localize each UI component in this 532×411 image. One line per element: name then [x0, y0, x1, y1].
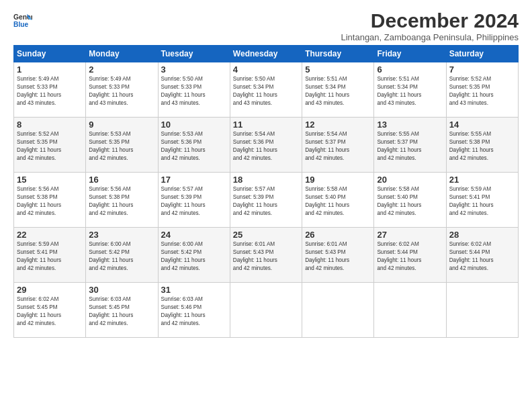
month-title: December 2024 — [341, 11, 519, 31]
day-info: Sunrise: 5:52 AMSunset: 5:35 PMDaylight:… — [449, 76, 494, 106]
day-number: 20 — [377, 175, 443, 185]
day-info: Sunrise: 5:58 AMSunset: 5:40 PMDaylight:… — [305, 186, 349, 216]
day-info: Sunrise: 5:53 AMSunset: 5:36 PMDaylight:… — [161, 131, 206, 161]
calendar-cell — [374, 283, 446, 338]
calendar-week-row: 29 Sunrise: 6:02 AMSunset: 5:45 PMDaylig… — [14, 283, 519, 338]
weekday-header: Monday — [86, 46, 158, 62]
calendar-cell: 9 Sunrise: 5:53 AMSunset: 5:35 PMDayligh… — [86, 118, 158, 173]
calendar-cell: 17 Sunrise: 5:57 AMSunset: 5:39 PMDaylig… — [158, 173, 230, 228]
calendar-cell: 28 Sunrise: 6:02 AMSunset: 5:44 PMDaylig… — [446, 228, 518, 283]
weekday-header: Sunday — [14, 46, 86, 62]
day-info: Sunrise: 5:57 AMSunset: 5:39 PMDaylight:… — [233, 186, 277, 216]
day-number: 9 — [89, 120, 154, 130]
logo: General Blue — [13, 11, 32, 30]
weekday-header: Saturday — [446, 46, 518, 62]
calendar-cell: 5 Sunrise: 5:51 AMSunset: 5:34 PMDayligh… — [302, 62, 374, 118]
day-info: Sunrise: 6:02 AMSunset: 5:44 PMDaylight:… — [449, 241, 494, 271]
day-number: 7 — [449, 64, 515, 75]
day-info: Sunrise: 5:59 AMSunset: 5:41 PMDaylight:… — [17, 241, 61, 271]
calendar-cell: 19 Sunrise: 5:58 AMSunset: 5:40 PMDaylig… — [302, 173, 374, 228]
day-number: 19 — [305, 175, 371, 185]
calendar-week-row: 15 Sunrise: 5:56 AMSunset: 5:38 PMDaylig… — [14, 173, 519, 228]
location: Lintangan, Zamboanga Peninsula, Philippi… — [341, 32, 519, 42]
calendar-cell: 15 Sunrise: 5:56 AMSunset: 5:38 PMDaylig… — [14, 173, 86, 228]
calendar-cell: 22 Sunrise: 5:59 AMSunset: 5:41 PMDaylig… — [14, 228, 86, 283]
day-info: Sunrise: 6:03 AMSunset: 5:46 PMDaylight:… — [161, 296, 206, 326]
calendar-cell: 16 Sunrise: 5:56 AMSunset: 5:38 PMDaylig… — [86, 173, 158, 228]
weekday-header: Thursday — [302, 46, 374, 62]
day-info: Sunrise: 5:58 AMSunset: 5:40 PMDaylight:… — [377, 186, 421, 216]
day-info: Sunrise: 5:54 AMSunset: 5:36 PMDaylight:… — [233, 131, 277, 161]
day-info: Sunrise: 5:50 AMSunset: 5:33 PMDaylight:… — [161, 76, 206, 106]
calendar-cell: 4 Sunrise: 5:50 AMSunset: 5:34 PMDayligh… — [230, 62, 302, 118]
calendar-week-row: 1 Sunrise: 5:49 AMSunset: 5:33 PMDayligh… — [14, 62, 519, 118]
calendar-cell: 21 Sunrise: 5:59 AMSunset: 5:41 PMDaylig… — [446, 173, 518, 228]
day-number: 10 — [161, 120, 227, 130]
calendar-cell: 1 Sunrise: 5:49 AMSunset: 5:33 PMDayligh… — [14, 62, 86, 118]
day-info: Sunrise: 5:49 AMSunset: 5:33 PMDaylight:… — [89, 76, 133, 106]
calendar-cell: 12 Sunrise: 5:54 AMSunset: 5:37 PMDaylig… — [302, 118, 374, 173]
day-info: Sunrise: 5:53 AMSunset: 5:35 PMDaylight:… — [89, 131, 133, 161]
day-info: Sunrise: 5:52 AMSunset: 5:35 PMDaylight:… — [17, 131, 61, 161]
day-info: Sunrise: 6:01 AMSunset: 5:43 PMDaylight:… — [233, 241, 277, 271]
day-number: 29 — [17, 285, 83, 295]
day-number: 17 — [161, 175, 227, 185]
calendar-header-row: SundayMondayTuesdayWednesdayThursdayFrid… — [14, 46, 519, 62]
day-info: Sunrise: 6:00 AMSunset: 5:42 PMDaylight:… — [89, 241, 133, 271]
day-number: 24 — [161, 230, 227, 240]
day-info: Sunrise: 6:01 AMSunset: 5:43 PMDaylight:… — [305, 241, 349, 271]
weekday-header: Tuesday — [158, 46, 230, 62]
day-number: 30 — [89, 285, 154, 295]
calendar-cell: 13 Sunrise: 5:55 AMSunset: 5:37 PMDaylig… — [374, 118, 446, 173]
calendar-cell: 3 Sunrise: 5:50 AMSunset: 5:33 PMDayligh… — [158, 62, 230, 118]
day-number: 25 — [233, 230, 299, 240]
day-info: Sunrise: 6:02 AMSunset: 5:45 PMDaylight:… — [17, 296, 61, 326]
day-number: 18 — [233, 175, 299, 185]
calendar-cell: 7 Sunrise: 5:52 AMSunset: 5:35 PMDayligh… — [446, 62, 518, 118]
day-info: Sunrise: 5:51 AMSunset: 5:34 PMDaylight:… — [377, 76, 421, 106]
calendar-cell: 6 Sunrise: 5:51 AMSunset: 5:34 PMDayligh… — [374, 62, 446, 118]
calendar-cell: 2 Sunrise: 5:49 AMSunset: 5:33 PMDayligh… — [86, 62, 158, 118]
day-number: 4 — [233, 64, 299, 75]
calendar-cell: 20 Sunrise: 5:58 AMSunset: 5:40 PMDaylig… — [374, 173, 446, 228]
day-info: Sunrise: 5:51 AMSunset: 5:34 PMDaylight:… — [305, 76, 349, 106]
day-number: 26 — [305, 230, 371, 240]
calendar-cell: 18 Sunrise: 5:57 AMSunset: 5:39 PMDaylig… — [230, 173, 302, 228]
day-info: Sunrise: 5:59 AMSunset: 5:41 PMDaylight:… — [449, 186, 494, 216]
calendar-table: SundayMondayTuesdayWednesdayThursdayFrid… — [13, 45, 519, 338]
day-number: 5 — [305, 64, 371, 75]
day-number: 22 — [17, 230, 83, 240]
day-number: 8 — [17, 120, 83, 130]
header: General Blue December 2024 Lintangan, Za… — [13, 11, 519, 42]
day-number: 28 — [449, 230, 515, 240]
day-info: Sunrise: 6:03 AMSunset: 5:45 PMDaylight:… — [89, 296, 133, 326]
calendar-cell — [446, 283, 518, 338]
calendar-cell: 30 Sunrise: 6:03 AMSunset: 5:45 PMDaylig… — [86, 283, 158, 338]
day-info: Sunrise: 5:49 AMSunset: 5:33 PMDaylight:… — [17, 76, 61, 106]
day-info: Sunrise: 5:50 AMSunset: 5:34 PMDaylight:… — [233, 76, 277, 106]
calendar-cell — [302, 283, 374, 338]
svg-text:Blue: Blue — [13, 21, 29, 28]
day-info: Sunrise: 5:56 AMSunset: 5:38 PMDaylight:… — [17, 186, 61, 216]
weekday-header: Friday — [374, 46, 446, 62]
calendar-cell: 29 Sunrise: 6:02 AMSunset: 5:45 PMDaylig… — [14, 283, 86, 338]
logo-icon: General Blue — [13, 11, 32, 30]
day-number: 13 — [377, 120, 443, 130]
day-info: Sunrise: 5:56 AMSunset: 5:38 PMDaylight:… — [89, 186, 133, 216]
weekday-header: Wednesday — [230, 46, 302, 62]
title-block: December 2024 Lintangan, Zamboanga Penin… — [341, 11, 519, 42]
day-number: 3 — [161, 64, 227, 75]
calendar-cell: 23 Sunrise: 6:00 AMSunset: 5:42 PMDaylig… — [86, 228, 158, 283]
calendar-cell: 31 Sunrise: 6:03 AMSunset: 5:46 PMDaylig… — [158, 283, 230, 338]
calendar-cell — [230, 283, 302, 338]
day-number: 15 — [17, 175, 83, 185]
day-number: 2 — [89, 64, 154, 75]
calendar-cell: 10 Sunrise: 5:53 AMSunset: 5:36 PMDaylig… — [158, 118, 230, 173]
day-number: 12 — [305, 120, 371, 130]
calendar-week-row: 8 Sunrise: 5:52 AMSunset: 5:35 PMDayligh… — [14, 118, 519, 173]
calendar-week-row: 22 Sunrise: 5:59 AMSunset: 5:41 PMDaylig… — [14, 228, 519, 283]
day-number: 14 — [449, 120, 515, 130]
calendar-cell: 27 Sunrise: 6:02 AMSunset: 5:44 PMDaylig… — [374, 228, 446, 283]
calendar-page: General Blue December 2024 Lintangan, Za… — [0, 0, 532, 411]
day-info: Sunrise: 5:54 AMSunset: 5:37 PMDaylight:… — [305, 131, 349, 161]
